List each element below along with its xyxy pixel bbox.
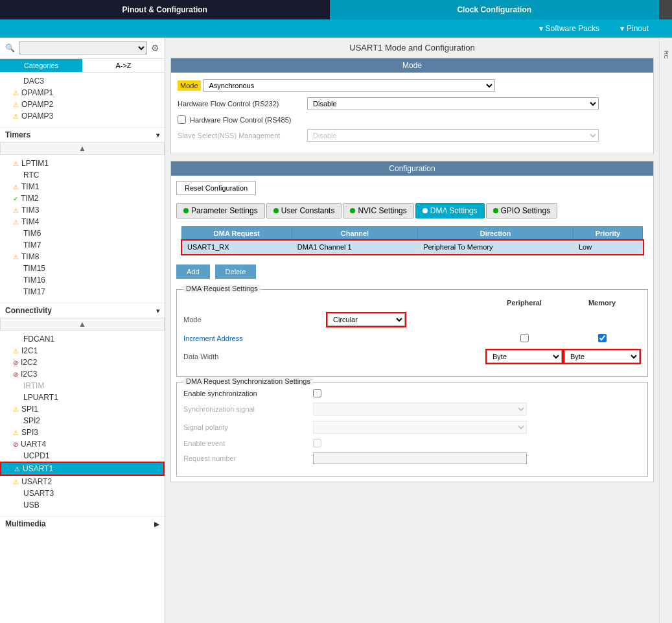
no-icon [13, 76, 21, 86]
sidebar-item-usart2[interactable]: ⚠ USART2 [0, 476, 165, 488]
data-width-label: Data Width [183, 353, 326, 360]
timers-section-header[interactable]: Timers ▾ [0, 127, 165, 142]
pinout-nav-item[interactable]: Pinout & Configuration [0, 0, 330, 19]
slave-select-select[interactable]: Disable [307, 129, 599, 142]
sidebar-search-row: 🔍 ⚙ [0, 38, 165, 59]
warn-icon: ⚠ [13, 429, 19, 436]
reset-configuration-button[interactable]: Reset Configuration [176, 181, 256, 195]
peripheral-checkbox[interactable] [520, 334, 529, 342]
memory-width-select[interactable]: Byte Half Word Word [564, 350, 640, 363]
warn-icon: ⚠ [13, 478, 19, 486]
no-icon [13, 276, 21, 285]
tab-gpio-settings[interactable]: GPIO Settings [486, 203, 558, 218]
tab-parameter-settings[interactable]: Parameter Settings [176, 203, 265, 218]
dot-icon [493, 208, 498, 213]
connectivity-section-items: FDCAN1 ⚠ I2C1 ⊘ I2C2 ⊘ I2C3 IRTIM [0, 331, 165, 513]
sidebar-item-irtim[interactable]: IRTIM [0, 380, 165, 392]
sidebar-item-opamp1[interactable]: ⚠ OPAMP1 [0, 87, 165, 99]
multimedia-section-header[interactable]: Multimedia ▶ [0, 516, 165, 531]
memory-checkbox[interactable] [598, 334, 607, 342]
right-panel: RC [659, 38, 672, 623]
sidebar-item-opamp3[interactable]: ⚠ OPAMP3 [0, 110, 165, 122]
hw-flow-rs485-label: Hardware Flow Control (RS485) [190, 116, 319, 124]
delete-button[interactable]: Delete [215, 264, 257, 279]
no-icon [13, 451, 21, 460]
sidebar-item-tim2[interactable]: ✓ TIM2 [0, 193, 165, 204]
sidebar-item-tim6[interactable]: TIM6 [0, 228, 165, 239]
mode-settings-label: Mode [183, 316, 326, 323]
hw-flow-rs232-label: Hardware Flow Control (RS232) [178, 100, 307, 108]
sidebar-item-tim4[interactable]: ⚠ TIM4 [0, 216, 165, 228]
sidebar-item-usart3[interactable]: USART3 [0, 488, 165, 499]
increment-address-label: Increment Address [183, 335, 326, 342]
enable-event-row: Enable event [183, 439, 641, 447]
sidebar-item-tim7[interactable]: TIM7 [0, 239, 165, 251]
sync-signal-select[interactable] [313, 403, 527, 416]
sidebar-item-tim15[interactable]: TIM15 [0, 263, 165, 274]
add-button[interactable]: Add [176, 264, 210, 279]
warn-icon: ⚠ [13, 183, 19, 191]
tab-user-constants[interactable]: User Constants [266, 203, 342, 218]
sidebar-item-usart1[interactable]: ⚠ USART1 [0, 462, 165, 476]
warn-icon: ⚠ [13, 89, 19, 97]
hw-flow-rs485-checkbox[interactable] [178, 115, 186, 124]
mode-settings-select[interactable]: Circular Normal [327, 313, 405, 326]
sidebar-item-i2c1[interactable]: ⚠ I2C1 [0, 345, 165, 357]
sidebar-item-uart4[interactable]: ⊘ UART4 [0, 438, 165, 450]
sidebar-item-spi3[interactable]: ⚠ SPI3 [0, 427, 165, 438]
warn-icon: ⚠ [13, 207, 19, 214]
warn-icon: ⚠ [14, 465, 20, 473]
search-dropdown[interactable] [19, 41, 147, 54]
tab-categories[interactable]: Categories [0, 59, 82, 72]
dot-icon [273, 208, 279, 213]
enable-sync-checkbox[interactable] [313, 389, 321, 397]
sidebar-item-opamp2[interactable]: ⚠ OPAMP2 [0, 99, 165, 110]
sidebar-item-dac3[interactable]: DAC3 [0, 75, 165, 87]
mode-select[interactable]: Asynchronous [203, 79, 495, 92]
sync-signal-label: Synchronization signal [183, 405, 313, 413]
request-number-input[interactable] [313, 453, 527, 464]
enable-sync-row: Enable synchronization [183, 389, 641, 397]
scroll-up-btn[interactable]: ▲ [0, 142, 165, 155]
sidebar-item-lpuart1[interactable]: LPUART1 [0, 392, 165, 403]
config-section: Configuration Reset Configuration Parame… [170, 161, 654, 482]
sidebar-item-tim16[interactable]: TIM16 [0, 274, 165, 286]
mode-section-content: Mode Asynchronous Hardware Flow Control … [171, 73, 653, 154]
sidebar-item-spi2[interactable]: SPI2 [0, 415, 165, 427]
hw-flow-rs232-select[interactable]: Disable [307, 97, 599, 110]
sidebar-item-i2c3[interactable]: ⊘ I2C3 [0, 368, 165, 380]
sidebar-item-tim8[interactable]: ⚠ TIM8 [0, 251, 165, 263]
signal-polarity-select[interactable] [313, 421, 527, 434]
sidebar-item-spi1[interactable]: ⚠ SPI1 [0, 403, 165, 415]
sidebar-item-tim1[interactable]: ⚠ TIM1 [0, 181, 165, 193]
col-header-dma-request: DMA Request [182, 227, 292, 241]
connectivity-section-header[interactable]: Connectivity ▾ [0, 303, 165, 318]
tab-dma-settings[interactable]: DMA Settings [415, 203, 485, 218]
dma-request-settings: DMA Request Settings Peripheral Memory M… [176, 289, 648, 377]
tab-nvic-settings[interactable]: NVIC Settings [343, 203, 413, 218]
memory-header: Memory [563, 299, 641, 307]
enable-event-checkbox[interactable] [313, 439, 321, 447]
scroll-up-btn-2[interactable]: ▲ [0, 318, 165, 331]
peripheral-width-select[interactable]: Byte Half Word Word [487, 350, 562, 363]
sidebar-item-lptim1[interactable]: ⚠ LPTIM1 [0, 158, 165, 169]
table-row[interactable]: USART1_RX DMA1 Channel 1 Peripheral To M… [182, 241, 643, 254]
tab-a-z[interactable]: A->Z [82, 59, 165, 72]
sub-navigation: ▾ Software Packs ▾ Pinout [0, 19, 672, 38]
clock-nav-item[interactable]: Clock Configuration [330, 0, 660, 19]
slave-select-label: Slave Select(NSS) Management [178, 132, 307, 139]
sidebar-item-usb[interactable]: USB [0, 499, 165, 511]
sidebar-item-i2c2[interactable]: ⊘ I2C2 [0, 357, 165, 368]
warn-icon: ⚠ [13, 101, 19, 108]
sidebar-item-rtc[interactable]: RTC [0, 169, 165, 181]
no-icon [13, 416, 21, 425]
sidebar-item-fdcan1[interactable]: FDCAN1 [0, 333, 165, 345]
sidebar-item-tim3[interactable]: ⚠ TIM3 [0, 204, 165, 216]
pinout-sub-nav[interactable]: ▾ Pinout [610, 19, 659, 38]
cell-dma-request: USART1_RX [182, 241, 292, 254]
software-packs-nav[interactable]: ▾ Software Packs [529, 19, 610, 38]
analog-section-items: DAC3 ⚠ OPAMP1 ⚠ OPAMP2 ⚠ OPAMP3 [0, 73, 165, 124]
sidebar-item-ucpd1[interactable]: UCPD1 [0, 450, 165, 462]
gear-icon[interactable]: ⚙ [151, 43, 159, 53]
sidebar-item-tim17[interactable]: TIM17 [0, 286, 165, 298]
